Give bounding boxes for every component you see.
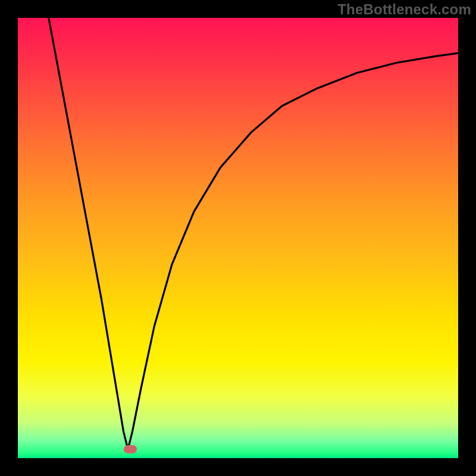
minimum-marker [124,445,137,453]
chart-frame: TheBottleneck.com [0,0,476,476]
curve-left-branch [49,18,128,449]
curve-right-branch [128,53,458,449]
watermark-text: TheBottleneck.com [337,1,471,18]
plot-area [18,18,458,458]
curve-svg [18,18,458,458]
